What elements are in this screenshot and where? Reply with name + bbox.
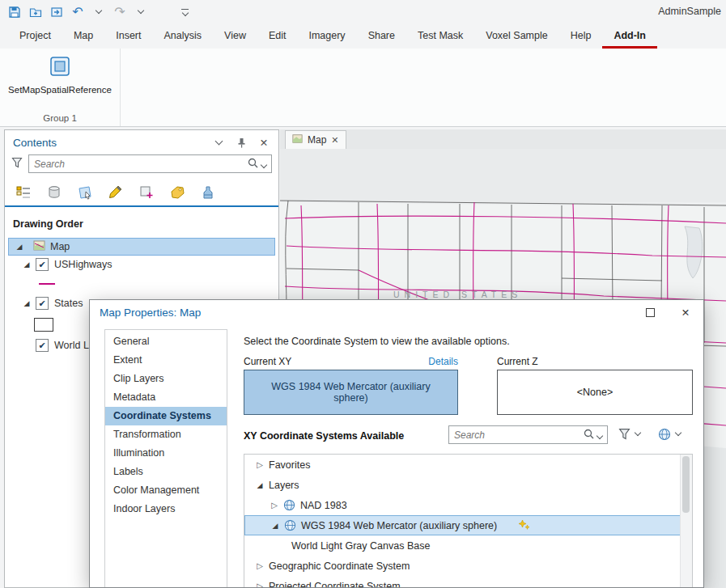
current-z-value: <None> xyxy=(577,387,613,398)
ribbon-tab-test-mask[interactable]: Test Mask xyxy=(406,24,474,49)
nav-item-color-management[interactable]: Color Management xyxy=(105,481,227,500)
ribbon-tab-insert[interactable]: Insert xyxy=(104,24,152,49)
drawing-order-label: Drawing Order xyxy=(5,207,278,238)
filter-icon[interactable] xyxy=(11,157,23,171)
country-label: UNITED STATES xyxy=(393,290,522,299)
cs-tree-item-layers[interactable]: Layers xyxy=(244,475,681,495)
ribbon-tab-share[interactable]: Share xyxy=(357,24,406,49)
ribbon-tab-imagery[interactable]: Imagery xyxy=(297,24,356,49)
search-icon[interactable] xyxy=(584,429,594,442)
nav-item-general[interactable]: General xyxy=(105,332,227,351)
ribbon-tab-voxel-sample[interactable]: Voxel Sample xyxy=(474,24,558,49)
list-by-labeling-icon[interactable] xyxy=(168,184,186,201)
expander-icon[interactable] xyxy=(269,501,280,510)
expander-icon[interactable] xyxy=(21,260,32,269)
map-tab[interactable]: Map ✕ xyxy=(285,130,346,149)
dialog-nav-list: General Extent Clip Layers Metadata Coor… xyxy=(104,329,227,588)
cs-tree-item-nad-1983[interactable]: NAD 1983 xyxy=(244,495,681,515)
redo-menu-chevron-icon[interactable] xyxy=(133,4,149,20)
tree-label: Layers xyxy=(269,480,299,491)
ribbon-tab-project[interactable]: Project xyxy=(8,24,62,49)
scrollbar-thumb[interactable] xyxy=(682,456,690,513)
nav-item-extent[interactable]: Extent xyxy=(105,351,227,370)
list-by-editing-icon[interactable] xyxy=(107,184,125,201)
map-tab-label: Map xyxy=(308,134,326,146)
contents-view-tabs xyxy=(5,180,278,207)
maximize-button[interactable] xyxy=(632,300,668,324)
ribbon-tab-view[interactable]: View xyxy=(213,24,257,49)
set-map-spatial-reference-button[interactable]: SetMapSpatialReference xyxy=(1,55,119,95)
cs-tree-item-geographic-coordinate-system[interactable]: Geographic Coordinate System xyxy=(244,556,681,576)
expander-icon[interactable] xyxy=(254,561,265,570)
cs-tree-item-wgs-1984-web-mercator[interactable]: WGS 1984 Web Mercator (auxiliary sphere) xyxy=(244,515,681,535)
close-tab-icon[interactable]: ✕ xyxy=(331,135,338,146)
cs-tree-item-projected-coordinate-system[interactable]: Projected Coordinate System xyxy=(244,576,681,588)
current-xy-value: WGS 1984 Web Mercator (auxiliary sphere) xyxy=(269,381,433,404)
contents-search-input[interactable] xyxy=(29,159,244,170)
ribbon-tab-help[interactable]: Help xyxy=(559,24,603,49)
ribbon-content: SetMapSpatialReference Group 1 xyxy=(0,49,726,127)
ribbon-group-1: SetMapSpatialReference Group 1 xyxy=(0,49,121,126)
search-options-chevron-icon[interactable] xyxy=(261,159,266,170)
cs-tree-item-favorites[interactable]: Favorites xyxy=(244,455,681,475)
list-by-charts-icon[interactable] xyxy=(199,184,217,201)
customize-toolbar-icon[interactable] xyxy=(181,9,189,15)
world-light-checkbox[interactable] xyxy=(36,339,49,352)
expander-icon[interactable] xyxy=(254,582,265,588)
expander-icon[interactable] xyxy=(270,522,281,530)
pane-menu-chevron-icon[interactable] xyxy=(212,136,225,149)
expander-icon[interactable] xyxy=(14,243,25,251)
layer-label: States xyxy=(54,298,83,309)
globe-icon xyxy=(284,519,296,531)
ushighways-checkbox[interactable] xyxy=(36,258,49,271)
ribbon-tab-add-in[interactable]: Add-In xyxy=(602,24,657,49)
save-icon[interactable] xyxy=(6,4,23,20)
undo-icon[interactable]: ↶ xyxy=(70,4,86,20)
nav-item-illumination[interactable]: Illumination xyxy=(105,444,227,463)
nav-item-clip-layers[interactable]: Clip Layers xyxy=(105,370,227,388)
map-tab-bar: Map ✕ xyxy=(280,129,726,150)
ribbon-tab-edit[interactable]: Edit xyxy=(257,24,298,49)
expander-icon[interactable] xyxy=(254,481,265,489)
nav-item-metadata[interactable]: Metadata xyxy=(105,388,227,407)
line-symbol[interactable] xyxy=(39,283,55,285)
pin-icon[interactable] xyxy=(235,136,248,149)
contents-search-box xyxy=(28,154,272,173)
nav-item-indoor-layers[interactable]: Indoor Layers xyxy=(105,500,227,518)
expander-icon[interactable] xyxy=(254,460,265,469)
tree-label: WGS 1984 Web Mercator (auxiliary sphere) xyxy=(301,520,497,531)
list-by-snapping-icon[interactable] xyxy=(138,184,155,201)
undo-menu-chevron-icon[interactable] xyxy=(91,4,107,20)
details-link[interactable]: Details xyxy=(244,356,458,367)
list-by-data-source-icon[interactable] xyxy=(45,184,63,201)
search-icon[interactable] xyxy=(248,158,258,171)
list-by-selection-icon[interactable] xyxy=(76,184,94,201)
nav-item-coordinate-systems[interactable]: Coordinate Systems xyxy=(105,407,227,425)
coordinate-search-input[interactable] xyxy=(449,429,580,441)
contents-search-row xyxy=(5,154,278,173)
search-options-chevron-icon[interactable] xyxy=(597,429,602,441)
ribbon-tab-map[interactable]: Map xyxy=(62,24,104,49)
ribbon-tab-analysis[interactable]: Analysis xyxy=(153,24,214,49)
nav-item-labels[interactable]: Labels xyxy=(105,463,227,481)
add-folder-icon[interactable] xyxy=(28,4,44,20)
dialog-titlebar[interactable]: Map Properties: Map ✕ xyxy=(90,300,703,324)
polygon-symbol[interactable] xyxy=(34,318,53,332)
tree-scrollbar[interactable] xyxy=(680,455,692,588)
tree-item-ushighways[interactable]: USHighways xyxy=(5,256,278,273)
list-by-drawing-order-icon[interactable] xyxy=(15,184,32,201)
import-icon[interactable] xyxy=(49,4,65,20)
ribbon-tab-bar: Project Map Insert Analysis View Edit Im… xyxy=(0,24,726,49)
map-icon xyxy=(33,239,45,254)
close-pane-icon[interactable]: ✕ xyxy=(257,136,270,149)
filter-button[interactable] xyxy=(618,428,640,440)
expander-icon[interactable] xyxy=(21,299,32,307)
spatial-filter-button[interactable] xyxy=(658,428,681,441)
cs-tree-item-world-light-gray-canvas-base[interactable]: World Light Gray Canvas Base xyxy=(244,535,681,556)
states-checkbox[interactable] xyxy=(36,297,49,310)
close-dialog-button[interactable]: ✕ xyxy=(668,300,703,324)
map-item-label: Map xyxy=(50,241,70,252)
redo-icon[interactable]: ↷ xyxy=(112,4,128,20)
tree-item-map[interactable]: Map xyxy=(8,238,275,256)
nav-item-transformation[interactable]: Transformation xyxy=(105,425,227,444)
